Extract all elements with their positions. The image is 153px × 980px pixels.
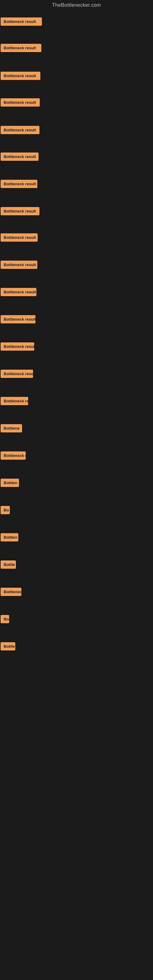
bottleneck-result-button-2[interactable]: Bottleneck result [1, 44, 41, 52]
bottleneck-result-button-19[interactable]: Bo [1, 506, 10, 514]
bottleneck-result-button-22[interactable]: Bottlenec [1, 588, 21, 596]
bottleneck-result-button-10[interactable]: Bottleneck result [1, 261, 37, 269]
bottleneck-result-button-8[interactable]: Bottleneck result [1, 207, 40, 215]
bottleneck-result-button-14[interactable]: Bottleneck result [1, 370, 33, 378]
bottleneck-result-button-11[interactable]: Bottleneck result [1, 288, 37, 296]
bottleneck-result-button-24[interactable]: Bottle [1, 642, 15, 651]
bottleneck-result-button-5[interactable]: Bottleneck result [1, 126, 40, 134]
bottleneck-result-button-16[interactable]: Bottlene [1, 424, 22, 433]
bottleneck-result-button-18[interactable]: Bottlen [1, 479, 19, 487]
bottleneck-result-button-7[interactable]: Bottleneck result [1, 180, 37, 188]
bottleneck-result-button-13[interactable]: Bottleneck result [1, 342, 34, 351]
bottleneck-result-button-23[interactable]: Bo [1, 615, 9, 623]
bottleneck-result-button-6[interactable]: Bottleneck result [1, 153, 38, 161]
bottleneck-result-button-15[interactable]: Bottleneck re [1, 397, 28, 405]
bottleneck-result-button-9[interactable]: Bottleneck result [1, 233, 38, 242]
bottleneck-result-button-3[interactable]: Bottleneck result [1, 72, 40, 80]
site-title: TheBottlenecker.com [0, 0, 153, 10]
bottleneck-result-button-12[interactable]: Bottleneck result [1, 315, 35, 323]
bottleneck-result-button-20[interactable]: Bottlen [1, 533, 18, 541]
bottleneck-result-button-21[interactable]: Bottle [1, 560, 16, 569]
bottleneck-result-button-4[interactable]: Bottleneck result [1, 98, 40, 107]
bottleneck-result-button-1[interactable]: Bottleneck result [1, 18, 42, 26]
bottleneck-result-button-17[interactable]: Bottleneck e [1, 452, 26, 460]
